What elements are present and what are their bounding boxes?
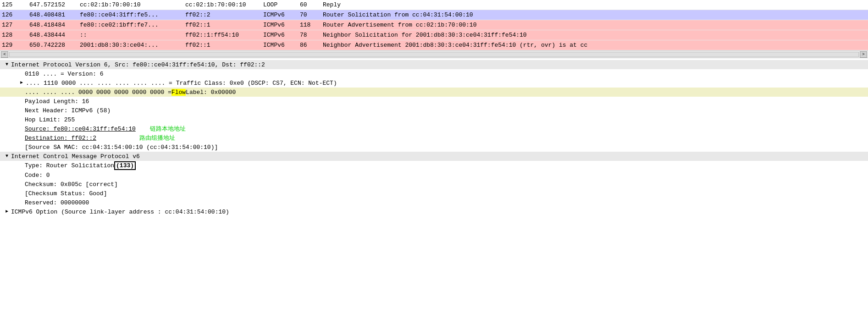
col-info: Neighbor Advertisement 2001:db8:30:3:ce0… [323,42,866,49]
ipv6-hop-limit-line: Hop Limit: 255 [0,115,868,124]
dest-spacing [96,135,139,142]
col-time: 648.418484 [29,22,80,28]
col-info: Router Advertisement from cc:02:1b:70:00… [323,22,866,28]
table-row[interactable]: 126 648.408481 fe80::ce04:31ff:fe5... ff… [0,10,868,20]
col-proto: LOOP [263,1,300,8]
traffic-class-text: .... 1110 0000 .... .... .... .... .... … [26,80,337,87]
col-no: 128 [2,32,29,38]
col-time: 648.408481 [29,11,80,18]
col-len: 118 [300,22,323,28]
scroll-track[interactable] [9,52,859,57]
source-annotation: 链路本地地址 [150,125,186,133]
destination-annotation: 路由组播地址 [139,134,175,142]
col-src: cc:02:1b:70:00:10 [80,1,185,8]
next-header-text: Next Header: ICMPv6 (58) [25,107,111,114]
col-proto: ICMPv6 [263,22,300,28]
col-len: 86 [300,42,323,49]
expand-icon[interactable]: ► [18,80,25,86]
col-dst: ff02::1 [185,42,263,49]
scroll-right-arrow[interactable]: > [860,51,867,58]
col-info: Router Solicitation from cc:04:31:54:00:… [323,11,866,18]
packet-table: 125 647.572152 cc:02:1b:70:00:10 cc:02:1… [0,0,868,51]
col-no: 126 [2,11,29,18]
col-len: 78 [300,32,323,38]
col-len: 70 [300,11,323,18]
flow-label-text: .... .... .... 0000 0000 0000 0000 0000 … [25,89,171,96]
source-spacing [136,126,150,132]
expand-icon-option[interactable]: ► [4,209,10,215]
source-mac-text: [Source SA MAC: cc:04:31:54:00:10 (cc:04… [25,144,218,151]
ipv6-header-text: Internet Protocol Version 6, Src: fe80::… [11,61,265,68]
detail-panel: ▼ Internet Protocol Version 6, Src: fe80… [0,58,868,324]
icmpv6-header-text: Internet Control Message Protocol v6 [11,153,140,160]
hop-limit-text: Hop Limit: 255 [25,116,75,123]
icmpv6-reserved-line: Reserved: 00000000 [0,198,868,207]
payload-length-text: Payload Length: 16 [25,98,89,105]
icmpv6-option-line[interactable]: ► ICMPv6 Option (Source link-layer addre… [0,207,868,216]
option-text: ICMPv6 Option (Source link-layer address… [11,209,229,215]
ipv6-version-line: 0110 .... = Version: 6 [0,69,868,78]
table-row[interactable]: 128 648.438444 :: ff02::1:ff54:10 ICMPv6… [0,30,868,40]
col-src: fe80::ce04:31ff:fe5... [80,11,185,18]
reserved-text: Reserved: 00000000 [25,199,89,206]
ipv6-source-mac-line: [Source SA MAC: cc:04:31:54:00:10 (cc:04… [0,143,868,152]
ipv6-destination-line: Destination: ff02::2 路由组播地址 [0,133,868,143]
version-text: 0110 .... = Version: 6 [25,71,104,77]
ipv6-traffic-class-line: ► .... 1110 0000 .... .... .... .... ...… [0,78,868,88]
horizontal-scrollbar[interactable]: < > [0,51,868,58]
table-row[interactable]: 127 648.418484 fe80::ce02:1bff:fe7... ff… [0,20,868,30]
collapse-icon-icmpv6[interactable]: ▼ [4,153,10,159]
flow-label-rest: Label: 0x00000 [186,89,236,96]
ipv6-payload-length-line: Payload Length: 16 [0,97,868,106]
table-row[interactable]: 125 647.572152 cc:02:1b:70:00:10 cc:02:1… [0,0,868,10]
col-info: Reply [323,1,866,8]
ipv6-next-header-line: Next Header: ICMPv6 (58) [0,106,868,115]
destination-text: Destination: ff02::2 [25,135,96,142]
scroll-left-arrow[interactable]: < [1,51,8,58]
col-no: 127 [2,22,29,28]
col-len: 60 [300,1,323,8]
collapse-icon[interactable]: ▼ [4,61,10,68]
col-time: 650.742228 [29,42,80,49]
checksum-status-text: [Checksum Status: Good] [25,190,107,197]
icmpv6-type-line: Type: Router Solicitation (133) [0,161,868,170]
col-dst: cc:02:1b:70:00:10 [185,1,263,8]
type-value-box: (133) [114,161,136,170]
col-proto: ICMPv6 [263,11,300,18]
flow-word: Flow [171,89,186,96]
col-time: 647.572152 [29,1,80,8]
col-proto: ICMPv6 [263,32,300,38]
col-dst: ff02::1 [185,22,263,28]
icmpv6-code-line: Code: 0 [0,170,868,180]
icmpv6-checksum-status-line: [Checksum Status: Good] [0,189,868,198]
code-text: Code: 0 [25,172,50,179]
col-no: 125 [2,1,29,8]
col-time: 648.438444 [29,32,80,38]
col-dst: ff02::2 [185,11,263,18]
col-no: 129 [2,42,29,49]
col-proto: ICMPv6 [263,42,300,49]
table-row[interactable]: 129 650.742228 2001:db8:30:3:ce04:... ff… [0,40,868,50]
type-text: Type: Router Solicitation [25,162,114,169]
col-src: :: [80,32,185,38]
col-src: fe80::ce02:1bff:fe7... [80,22,185,28]
main-container: 125 647.572152 cc:02:1b:70:00:10 cc:02:1… [0,0,868,324]
col-info: Neighbor Solicitation for 2001:db8:30:3:… [323,32,866,38]
ipv6-flow-label-line: .... .... .... 0000 0000 0000 0000 0000 … [0,88,868,97]
col-dst: ff02::1:ff54:10 [185,32,263,38]
col-src: 2001:db8:30:3:ce04:... [80,42,185,49]
icmpv6-checksum-line: Checksum: 0x805c [correct] [0,180,868,189]
checksum-text: Checksum: 0x805c [correct] [25,181,118,188]
ipv6-section-header[interactable]: ▼ Internet Protocol Version 6, Src: fe80… [0,60,868,69]
source-text: Source: fe80::ce04:31ff:fe54:10 [25,126,136,132]
ipv6-source-line: Source: fe80::ce04:31ff:fe54:10 链路本地地址 [0,124,868,133]
icmpv6-section-header[interactable]: ▼ Internet Control Message Protocol v6 [0,152,868,161]
